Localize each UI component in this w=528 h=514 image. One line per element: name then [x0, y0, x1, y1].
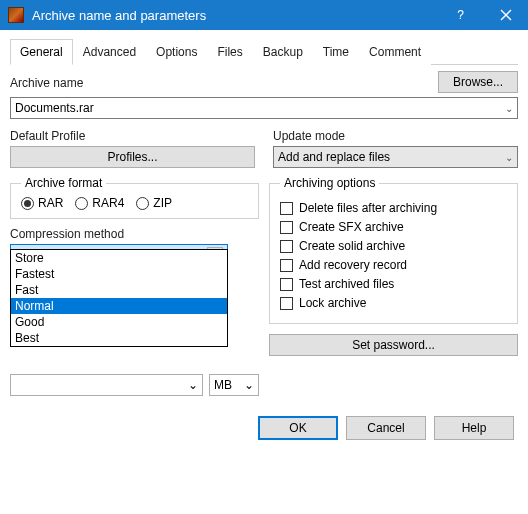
chevron-down-icon: ⌄ — [244, 378, 254, 392]
update-mode-label: Update mode — [273, 129, 518, 143]
checkbox-icon — [280, 278, 293, 291]
tab-options[interactable]: Options — [146, 39, 207, 65]
radio-rar4[interactable]: RAR4 — [75, 196, 124, 210]
dropdown-item-fastest[interactable]: Fastest — [11, 266, 227, 282]
checkbox-create-solid[interactable]: Create solid archive — [280, 239, 507, 253]
profiles-button[interactable]: Profiles... — [10, 146, 255, 168]
radio-icon — [136, 197, 149, 210]
radio-icon — [21, 197, 34, 210]
compression-dropdown: Store Fastest Fast Normal Good Best — [10, 249, 228, 347]
checkbox-delete-files[interactable]: Delete files after archiving — [280, 201, 507, 215]
checkbox-icon — [280, 202, 293, 215]
set-password-button[interactable]: Set password... — [269, 334, 518, 356]
checkbox-lock-archive[interactable]: Lock archive — [280, 296, 507, 310]
checkbox-test-archived[interactable]: Test archived files — [280, 277, 507, 291]
help-icon[interactable]: ? — [438, 0, 483, 30]
tab-comment[interactable]: Comment — [359, 39, 431, 65]
archiving-options-group: Archiving options Delete files after arc… — [269, 176, 518, 324]
tab-advanced[interactable]: Advanced — [73, 39, 146, 65]
archive-name-input[interactable]: Documents.rar ⌄ — [10, 97, 518, 119]
default-profile-label: Default Profile — [10, 129, 255, 143]
size-unit-select[interactable]: MB ⌄ — [209, 374, 259, 396]
app-icon — [8, 7, 24, 23]
dialog-footer: OK Cancel Help — [0, 406, 528, 454]
tab-time[interactable]: Time — [313, 39, 359, 65]
split-size-select[interactable]: ⌄ — [10, 374, 203, 396]
window-title: Archive name and parameters — [32, 8, 438, 23]
dropdown-item-store[interactable]: Store — [11, 250, 227, 266]
radio-icon — [75, 197, 88, 210]
update-mode-value: Add and replace files — [278, 150, 390, 164]
radio-rar[interactable]: RAR — [21, 196, 63, 210]
dropdown-item-fast[interactable]: Fast — [11, 282, 227, 298]
checkbox-create-sfx[interactable]: Create SFX archive — [280, 220, 507, 234]
archive-name-label: Archive name — [10, 76, 438, 90]
archive-format-group: Archive format RAR RAR4 ZIP — [10, 176, 259, 219]
help-button[interactable]: Help — [434, 416, 514, 440]
chevron-down-icon: ⌄ — [505, 152, 513, 163]
cancel-button[interactable]: Cancel — [346, 416, 426, 440]
tab-backup[interactable]: Backup — [253, 39, 313, 65]
ok-button[interactable]: OK — [258, 416, 338, 440]
checkbox-icon — [280, 221, 293, 234]
archiving-options-legend: Archiving options — [280, 176, 379, 190]
checkbox-icon — [280, 297, 293, 310]
archive-name-value: Documents.rar — [15, 101, 94, 115]
titlebar: Archive name and parameters ? — [0, 0, 528, 30]
chevron-down-icon: ⌄ — [188, 378, 198, 392]
compression-method-label: Compression method — [10, 227, 259, 241]
chevron-down-icon: ⌄ — [505, 103, 513, 114]
tab-bar: General Advanced Options Files Backup Ti… — [10, 38, 518, 65]
update-mode-select[interactable]: Add and replace files ⌄ — [273, 146, 518, 168]
close-icon[interactable] — [483, 0, 528, 30]
archive-format-legend: Archive format — [21, 176, 106, 190]
tab-files[interactable]: Files — [207, 39, 252, 65]
dropdown-item-good[interactable]: Good — [11, 314, 227, 330]
checkbox-add-recovery[interactable]: Add recovery record — [280, 258, 507, 272]
browse-button[interactable]: Browse... — [438, 71, 518, 93]
checkbox-icon — [280, 259, 293, 272]
tab-general[interactable]: General — [10, 39, 73, 65]
checkbox-icon — [280, 240, 293, 253]
dropdown-item-best[interactable]: Best — [11, 330, 227, 346]
radio-zip[interactable]: ZIP — [136, 196, 172, 210]
dropdown-item-normal[interactable]: Normal — [11, 298, 227, 314]
